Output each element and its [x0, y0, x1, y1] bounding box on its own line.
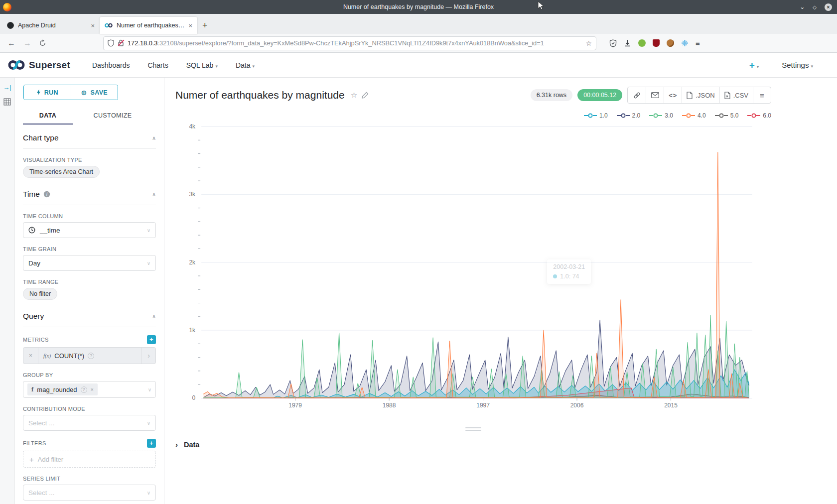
nav-item-data[interactable]: Data▾ [227, 61, 264, 69]
dataset-grid-icon[interactable] [3, 98, 11, 106]
section-header[interactable]: Query ∧ [23, 312, 156, 327]
settings-menu[interactable]: Settings▾ [773, 61, 822, 69]
chevron-down-icon: ∨ [147, 228, 150, 233]
chevron-down-icon: ∨ [148, 387, 151, 392]
contribution-mode-select[interactable]: Select ... ∨ [23, 415, 156, 431]
legend-item-3.0[interactable]: 3.0 [649, 112, 673, 120]
legend-item-5.0[interactable]: 5.0 [715, 112, 739, 120]
chevron-down-icon: ∨ [147, 490, 150, 496]
window-minimize-icon[interactable]: ⌄ [800, 3, 805, 10]
metric-pill[interactable]: × f(x) COUNT(*) ? › [23, 347, 156, 364]
ghostery-icon[interactable] [638, 39, 646, 47]
legend-marker-icon [747, 113, 760, 118]
insecure-lock-icon[interactable] [118, 39, 124, 47]
tab-data[interactable]: DATA [23, 107, 73, 125]
url-field[interactable]: 172.18.0.3:32108/superset/explore/?form_… [103, 36, 596, 50]
plus-circle-icon: ⊕ [81, 89, 87, 97]
add-metric-button[interactable]: + [147, 335, 156, 344]
svg-text:2006: 2006 [570, 402, 584, 409]
series-limit-label: SERIES LIMIT [23, 476, 156, 482]
viz-type-pill[interactable]: Time-series Area Chart [23, 166, 100, 178]
browser-toolbar: ← → 172.18.0.3:32108/superset/explore/?f… [0, 34, 837, 53]
legend-label: 6.0 [763, 112, 771, 119]
nav-item-charts[interactable]: Charts [139, 61, 177, 69]
series-limit-select[interactable]: Select ... ∨ [23, 485, 156, 501]
expand-dataset-panel-icon[interactable]: →| [3, 84, 11, 91]
chart-menu-button[interactable]: ≡ [753, 87, 771, 103]
tab-apache-druid[interactable]: Apache Druid × [2, 17, 100, 34]
firefox-menu-icon[interactable]: ≡ [696, 39, 700, 47]
chevron-up-icon: ∧ [152, 135, 156, 141]
tab-label: Apache Druid [18, 22, 87, 29]
download-icon[interactable] [624, 39, 631, 47]
new-tab-button[interactable]: + [202, 20, 208, 31]
add-filter-button[interactable]: + [147, 439, 156, 448]
tab-close-icon[interactable]: × [91, 22, 95, 29]
panel-tabs: DATA CUSTOMIZE [23, 107, 156, 125]
chart-canvas[interactable]: 01k2k3k4k19791988199720062015 2002-03-21… [175, 121, 771, 412]
time-column-select[interactable]: __time ∨ [23, 222, 156, 238]
favorite-star-icon[interactable]: ☆ [351, 91, 357, 100]
control-panel: RUN ⊕ SAVE DATA CUSTOMIZE Chart type ∧ V… [15, 78, 164, 504]
superset-brand[interactable]: Superset [8, 60, 70, 71]
data-panel-resize-handle[interactable] [175, 425, 771, 432]
url-text[interactable]: 172.18.0.3:32108/superset/explore/?form_… [128, 39, 582, 47]
time-range-pill[interactable]: No filter [23, 288, 57, 300]
save-button[interactable]: ⊕ SAVE [71, 85, 118, 100]
legend-item-6.0[interactable]: 6.0 [747, 112, 771, 120]
time-grain-select[interactable]: Day ∨ [23, 255, 156, 271]
pocket-shield-icon[interactable] [609, 39, 617, 47]
remove-metric-icon[interactable]: × [23, 348, 38, 364]
legend-item-1.0[interactable]: 1.0 [584, 112, 608, 120]
chevron-up-icon: ∧ [152, 313, 156, 320]
copy-link-button[interactable] [628, 87, 646, 103]
function-column-icon: f [31, 385, 33, 393]
legend-item-2.0[interactable]: 2.0 [617, 112, 641, 120]
tracking-shield-icon[interactable] [108, 39, 114, 47]
time-range-label: TIME RANGE [23, 279, 156, 285]
window-close-icon[interactable]: × [825, 3, 832, 11]
legend-label: 1.0 [599, 112, 608, 119]
group-by-select[interactable]: f mag_rounded ? × ∨ [23, 381, 156, 398]
data-panel-label: Data [184, 441, 199, 449]
brand-name: Superset [29, 60, 70, 71]
export-csv-button[interactable]: .CSV [719, 87, 753, 103]
section-header[interactable]: Chart type ∧ [23, 133, 156, 149]
new-chart-button[interactable]: +▾ [749, 60, 759, 71]
tab-customize[interactable]: CUSTOMIZE [73, 107, 152, 125]
svg-text:1979: 1979 [288, 402, 302, 409]
timeseries-area-chart[interactable]: 01k2k3k4k19791988199720062015 [175, 121, 771, 412]
fx-icon: f(x) [43, 353, 51, 359]
run-button[interactable]: RUN [24, 85, 71, 100]
firefox-icon [3, 3, 11, 11]
legend-item-4.0[interactable]: 4.0 [682, 112, 706, 120]
group-by-pill[interactable]: f mag_rounded ? × [27, 383, 98, 395]
ublock-icon[interactable] [653, 39, 660, 47]
nav-item-dashboards[interactable]: Dashboards [83, 61, 139, 69]
remove-icon[interactable]: × [91, 386, 94, 392]
section-header[interactable]: Time i ∧ [23, 190, 156, 205]
export-json-button[interactable]: .JSON [682, 87, 719, 103]
forward-button[interactable]: → [21, 39, 34, 48]
multi-account-icon[interactable] [681, 39, 689, 47]
embed-code-button[interactable]: <> [664, 87, 682, 103]
reload-button[interactable] [39, 39, 46, 47]
caret-down-icon: ▾ [215, 64, 218, 69]
window-restore-icon[interactable]: ◇ [813, 4, 817, 10]
tab-superset-chart[interactable]: Numer of earthquakes by × [100, 17, 197, 34]
bookmark-star-icon[interactable]: ☆ [585, 39, 592, 47]
cookie-extension-icon[interactable] [667, 39, 674, 47]
chevron-right-icon[interactable]: › [141, 348, 155, 364]
add-filter-dropzone[interactable]: + Add filter [23, 451, 156, 468]
legend-label: 4.0 [698, 112, 706, 119]
data-panel-header[interactable]: › Data [175, 440, 771, 449]
chart-legend: 1.02.03.04.05.06.0 [175, 112, 771, 120]
window-title: Numer of earthquakes by magnitude — Mozi… [0, 3, 837, 10]
back-button[interactable]: ← [5, 39, 18, 48]
email-button[interactable] [646, 87, 664, 103]
edit-title-icon[interactable] [361, 92, 369, 99]
svg-text:1988: 1988 [383, 402, 396, 409]
time-column-label: TIME COLUMN [23, 213, 156, 219]
tab-close-icon[interactable]: × [188, 22, 192, 29]
nav-item-sql-lab[interactable]: SQL Lab▾ [177, 61, 227, 69]
